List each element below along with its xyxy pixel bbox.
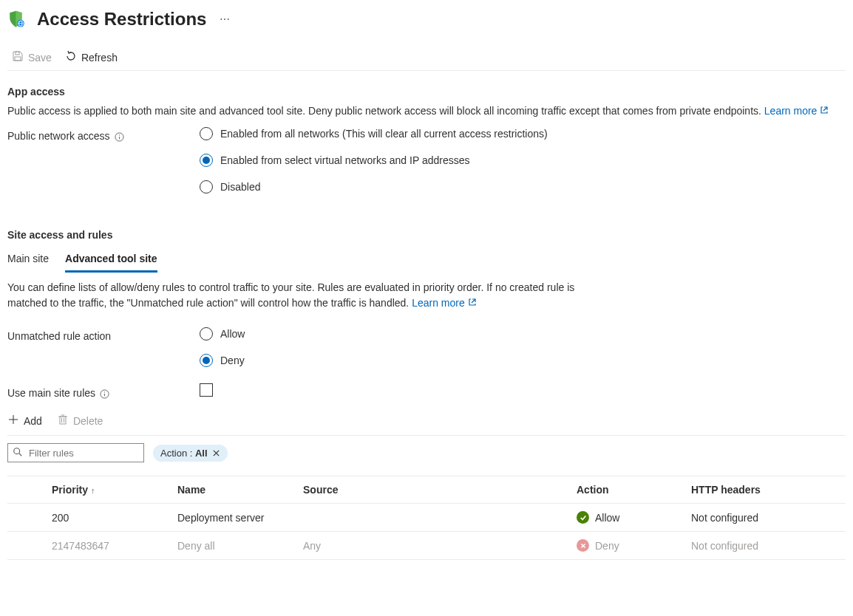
- app-access-description: Public access is applied to both main si…: [7, 103, 846, 118]
- refresh-button[interactable]: Refresh: [65, 50, 118, 64]
- page-header: Access Restrictions ⋯: [7, 6, 846, 31]
- refresh-icon: [65, 50, 77, 64]
- col-header-priority[interactable]: Priority↑: [52, 476, 177, 504]
- tab-advanced-tool-site[interactable]: Advanced tool site: [65, 248, 157, 273]
- cell-name: Deny all: [177, 532, 303, 560]
- info-icon[interactable]: [100, 387, 109, 399]
- rules-toolbar: Add Delete: [7, 414, 846, 436]
- search-icon: [13, 447, 23, 459]
- cell-source: Any: [303, 532, 577, 560]
- radio-disabled[interactable]: Disabled: [200, 180, 548, 194]
- filter-input-wrapper[interactable]: [7, 443, 144, 462]
- command-bar: Save Refresh: [7, 44, 846, 71]
- public-network-access-row: Public network access Enabled from all n…: [7, 127, 846, 194]
- external-link-icon: [468, 295, 477, 311]
- table-header-row: Priority↑ Name Source Action HTTP header…: [7, 476, 846, 504]
- svg-point-10: [104, 391, 105, 392]
- app-access-heading: App access: [7, 86, 846, 97]
- cell-action: Allow: [577, 504, 691, 532]
- unmatched-rule-action-label: Unmatched rule action: [7, 330, 111, 342]
- sort-ascending-icon: ↑: [88, 486, 95, 495]
- filter-pill-action[interactable]: Action : All: [153, 445, 228, 462]
- deny-icon: [577, 539, 589, 552]
- svg-point-18: [14, 448, 20, 454]
- plus-icon: [7, 414, 19, 428]
- table-row[interactable]: 2147483647 Deny all Any Deny Not configu…: [7, 532, 846, 560]
- allow-icon: [577, 511, 589, 524]
- site-tabs: Main site Advanced tool site: [7, 248, 846, 273]
- delete-rule-button[interactable]: Delete: [57, 414, 103, 428]
- col-header-name[interactable]: Name: [177, 476, 303, 504]
- save-icon: [12, 50, 24, 64]
- rules-table: Priority↑ Name Source Action HTTP header…: [7, 476, 846, 560]
- svg-point-7: [118, 134, 119, 135]
- svg-line-19: [19, 454, 22, 456]
- more-button[interactable]: ⋯: [217, 13, 233, 25]
- col-header-source[interactable]: Source: [303, 476, 577, 504]
- cell-http: Not configured: [691, 532, 846, 560]
- cell-http: Not configured: [691, 504, 846, 532]
- svg-rect-3: [16, 52, 19, 55]
- trash-icon: [57, 414, 69, 428]
- use-main-site-rules-row: Use main site rules: [7, 383, 846, 399]
- use-main-site-rules-label: Use main site rules: [7, 387, 95, 399]
- site-access-description: You can define lists of allow/deny rules…: [7, 280, 614, 311]
- save-button[interactable]: Save: [12, 50, 52, 64]
- radio-enabled-select-networks[interactable]: Enabled from select virtual networks and…: [200, 154, 548, 167]
- cell-priority: 2147483647: [52, 532, 177, 560]
- col-header-http[interactable]: HTTP headers: [691, 476, 846, 504]
- tab-main-site[interactable]: Main site: [7, 248, 49, 273]
- col-header-action[interactable]: Action: [577, 476, 691, 504]
- public-network-access-label: Public network access: [7, 130, 110, 142]
- radio-enabled-all-networks[interactable]: Enabled from all networks (This will cle…: [200, 127, 548, 140]
- filter-row: Action : All: [7, 443, 846, 462]
- shield-icon: [7, 10, 27, 29]
- use-main-site-rules-checkbox[interactable]: [200, 383, 213, 397]
- info-icon[interactable]: [115, 130, 124, 142]
- app-access-learn-more-link[interactable]: Learn more: [764, 103, 829, 118]
- radio-unmatched-allow[interactable]: Allow: [200, 327, 245, 340]
- close-icon[interactable]: [212, 449, 220, 457]
- cell-source: [303, 504, 577, 532]
- cell-name: Deployment server: [177, 504, 303, 532]
- cell-priority: 200: [52, 504, 177, 532]
- svg-rect-13: [60, 417, 66, 424]
- add-rule-button[interactable]: Add: [7, 414, 42, 428]
- svg-rect-4: [15, 57, 21, 61]
- refresh-label: Refresh: [81, 52, 118, 64]
- site-access-learn-more-link[interactable]: Learn more: [412, 295, 477, 311]
- filter-rules-input[interactable]: [27, 447, 139, 459]
- save-label: Save: [28, 52, 52, 64]
- cell-action: Deny: [577, 532, 691, 560]
- table-row[interactable]: 200 Deployment server Allow Not configur…: [7, 504, 846, 532]
- page-title: Access Restrictions: [37, 9, 206, 30]
- unmatched-rule-action-row: Unmatched rule action Allow Deny: [7, 327, 846, 367]
- radio-unmatched-deny[interactable]: Deny: [200, 354, 245, 367]
- external-link-icon: [820, 103, 829, 118]
- site-access-heading: Site access and rules: [7, 229, 846, 241]
